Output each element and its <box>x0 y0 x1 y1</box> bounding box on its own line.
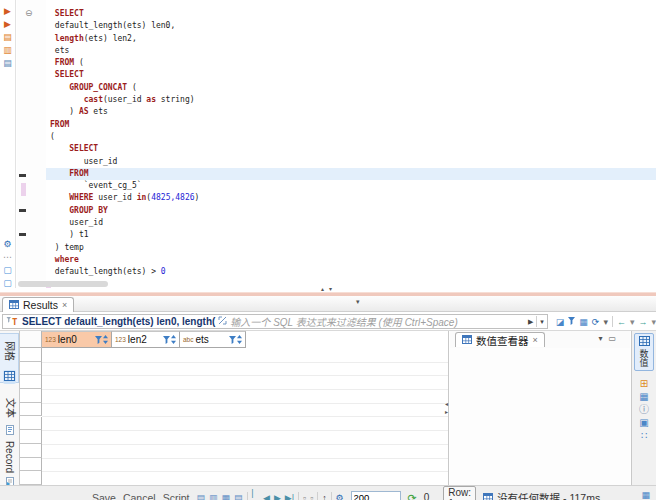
metadata-info-icon[interactable]: ⓘ <box>639 405 649 415</box>
next-row-icon[interactable]: ▶ <box>274 493 281 500</box>
save-button[interactable]: Save <box>92 492 116 500</box>
row-header[interactable] <box>20 458 42 472</box>
grid-edit-4-icon[interactable]: ▤ <box>234 493 243 500</box>
panel-rail: 数值 ⊞▦ⓘ▣∷ <box>631 331 656 485</box>
results-grid[interactable]: 123len0123len2abcets <box>20 331 448 485</box>
grid-settings-gear-icon[interactable]: ⚙ <box>335 493 343 500</box>
panel-expand-icon[interactable]: ▸ <box>445 409 448 415</box>
script-button[interactable]: Script <box>163 492 190 500</box>
row-header[interactable] <box>20 471 42 485</box>
rail-tab-value-viewer[interactable]: 数值 <box>634 333 654 371</box>
fetch-refresh-icon[interactable]: ⟳ <box>408 493 417 500</box>
refresh-icon[interactable]: ⟳ <box>592 317 600 327</box>
save-file-icon[interactable]: ▢ <box>3 278 12 288</box>
row-header[interactable] <box>20 417 42 431</box>
grid-row[interactable] <box>42 471 448 485</box>
panel-collapse-icon[interactable]: ◂ <box>445 401 448 407</box>
fetch-size-input[interactable] <box>351 491 401 500</box>
grid-edit-2-icon[interactable]: ▥ <box>209 493 218 500</box>
row-header[interactable] <box>20 375 42 389</box>
row-header[interactable] <box>20 348 42 362</box>
grid-row[interactable] <box>42 389 448 404</box>
save-filter-icon[interactable] <box>568 317 575 327</box>
column-header-len2[interactable]: 123len2 <box>112 331 180 348</box>
grid-row[interactable] <box>42 430 448 445</box>
tab-value-viewer[interactable]: 数值查看器 × <box>455 332 545 347</box>
close-icon[interactable]: × <box>533 335 538 345</box>
last-row-icon[interactable]: ▶| <box>285 493 294 500</box>
execute-new-tab-icon[interactable]: ▶ <box>4 19 11 29</box>
cancel-button[interactable]: Cancel <box>123 492 156 500</box>
apply-filter-icon[interactable]: ▶ <box>528 317 533 327</box>
grid-row[interactable] <box>42 362 448 377</box>
grid-row[interactable] <box>42 417 448 432</box>
tab-results[interactable]: Results × <box>2 297 74 312</box>
custom-filter-icon[interactable]: ▦ <box>579 317 588 327</box>
presentation-switcher: 网格文本Record <box>0 331 20 485</box>
code-area[interactable]: SELECT default_length(ets) len0, length(… <box>46 8 656 279</box>
column-header-ets[interactable]: abcets <box>180 331 246 348</box>
filter-input[interactable]: T SELECT default_length(ets) len0, lengt… <box>2 314 548 329</box>
presentation-tab-Record[interactable]: Record <box>0 439 19 491</box>
fold-marker[interactable] <box>19 233 26 236</box>
presentation-tab-文本[interactable]: 文本 <box>0 393 19 439</box>
fold-marker[interactable] <box>19 174 26 177</box>
row-header[interactable] <box>20 430 42 444</box>
presentation-tab-网格[interactable]: 网格 <box>0 333 19 383</box>
row-header[interactable] <box>20 362 42 376</box>
tab-list-chevron-icon[interactable]: ▾ <box>356 298 360 306</box>
more-panels-icon[interactable]: ∷ <box>641 431 647 441</box>
grid-edit-1-icon[interactable]: ▤ <box>196 493 205 500</box>
forward-icon[interactable]: → <box>638 317 647 327</box>
grid-corner-cell[interactable] <box>20 331 42 348</box>
code-line: ) temp <box>46 242 656 254</box>
explain-plan-icon[interactable]: ▥ <box>3 45 12 55</box>
row-position-badge: Row: 1 <box>443 486 476 500</box>
column-filter-sort-icon[interactable] <box>95 335 108 344</box>
execute-script-icon[interactable]: ▤ <box>3 32 12 42</box>
panel-toggle-icon[interactable]: ▦ <box>641 490 650 500</box>
rail-panel-buttons: ⊞▦ⓘ▣∷ <box>639 379 649 441</box>
filter-history-dropdown-icon[interactable]: ▾ <box>540 317 544 327</box>
open-file-icon[interactable]: ▢ <box>3 265 12 275</box>
editor-results-splitter[interactable]: ▴ ▾ <box>0 288 656 296</box>
back-dropdown-icon[interactable]: ▾ <box>630 317 635 327</box>
duplicate-row-icon[interactable]: ▫ <box>310 493 313 500</box>
fetch-up-icon[interactable]: ↑ <box>322 493 327 500</box>
grid-row[interactable] <box>42 458 448 473</box>
close-icon[interactable]: × <box>62 300 67 310</box>
prev-row-icon[interactable]: ◀ <box>263 493 270 500</box>
grid-row[interactable] <box>42 375 448 390</box>
first-row-icon[interactable]: |◀ <box>251 488 259 500</box>
hscrollbar-thumb[interactable] <box>18 281 108 287</box>
minimize-panel-icon[interactable]: ▭ <box>608 334 616 343</box>
editor-hscrollbar[interactable] <box>17 281 656 287</box>
expand-filter-icon[interactable] <box>218 316 227 327</box>
execute-statement-icon[interactable]: ▶ <box>4 6 11 16</box>
back-icon[interactable]: ← <box>617 317 626 327</box>
grid-row[interactable] <box>42 444 448 459</box>
settings-gear-icon[interactable]: ⚙ <box>3 239 11 249</box>
erase-filter-icon[interactable]: ◪ <box>556 317 565 327</box>
forward-dropdown-icon[interactable]: ▾ <box>651 317 656 327</box>
column-filter-sort-icon[interactable] <box>229 335 242 344</box>
row-header[interactable] <box>20 389 42 403</box>
calc-panel-icon[interactable]: ⊞ <box>640 379 648 389</box>
grid-row[interactable] <box>42 403 448 418</box>
add-row-icon[interactable]: ▫ <box>303 493 306 500</box>
script-log-icon[interactable]: ▤ <box>3 58 12 68</box>
row-header[interactable] <box>20 403 42 417</box>
sql-editor[interactable]: ▶▶▤▥▤⚙⋯▢▢ ⊖ SELECT default_length(ets) l… <box>0 0 656 288</box>
refresh-dropdown-icon[interactable]: ▾ <box>603 317 608 327</box>
panel-menu-icon[interactable]: ▾ <box>598 334 602 343</box>
column-header-len0[interactable]: 123len0 <box>42 331 112 348</box>
dots-icon[interactable]: ⋯ <box>3 252 12 262</box>
grid-row[interactable] <box>42 348 448 363</box>
fold-marker[interactable] <box>19 209 26 212</box>
row-header[interactable] <box>20 444 42 458</box>
value-panel-icon[interactable]: ▣ <box>639 418 648 428</box>
fold-collapse-icon[interactable]: ⊖ <box>25 9 33 18</box>
grid-edit-3-icon[interactable]: ▦ <box>222 493 231 500</box>
grid-panel-icon[interactable]: ▦ <box>639 392 648 402</box>
column-filter-sort-icon[interactable] <box>163 335 176 344</box>
